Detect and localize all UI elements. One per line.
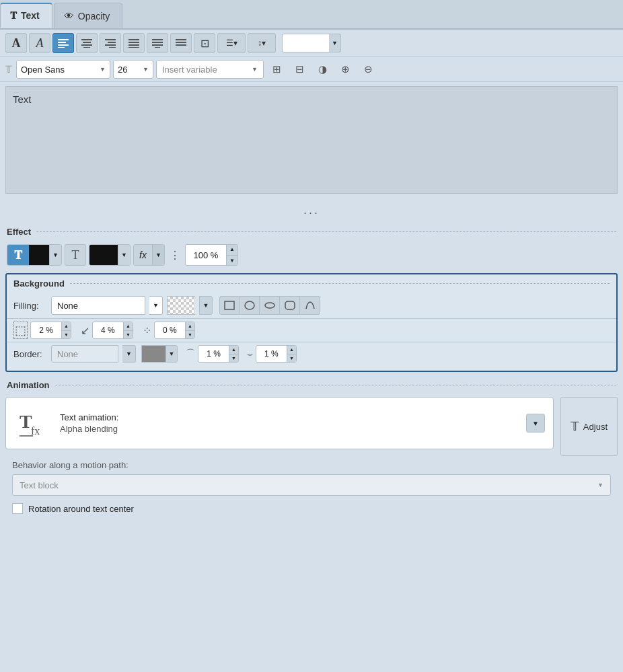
border-dropdown[interactable]: None	[51, 345, 118, 363]
border-value: None	[57, 349, 78, 359]
contrast-btn[interactable]: ◑	[312, 60, 332, 79]
border-width-spinbox[interactable]: 1 % ▲ ▼	[198, 345, 239, 363]
motion-path-label: Behavior along a motion path:	[5, 456, 618, 472]
filling-dropdown-arrow[interactable]: ▼	[149, 296, 163, 315]
animation-dropdown-arrow[interactable]: ▼	[526, 414, 545, 433]
tab-text[interactable]: 𝐓 Text	[0, 3, 52, 28]
animation-card-row: T fx Text animation: Alpha blending ▼ 𝕋 …	[5, 397, 618, 456]
tab-text-label: Text	[21, 10, 40, 21]
effect-swatch2-arrow[interactable]: ▼	[118, 244, 130, 266]
corner-group: ↙ 4 % ▲ ▼	[81, 322, 133, 339]
grid-view-btn[interactable]: ⊞	[266, 60, 287, 79]
align-left-button[interactable]	[52, 33, 74, 53]
animation-subtitle: Alpha blending	[60, 424, 518, 434]
opacity-up-arrow[interactable]: ▲	[227, 244, 237, 256]
align-right-button[interactable]	[100, 33, 121, 53]
noise-down[interactable]: ▼	[186, 331, 194, 340]
effect-swatch1-color	[29, 244, 49, 266]
noise-value: 0 %	[155, 326, 185, 335]
text-direction-button[interactable]: ⊡	[194, 33, 215, 53]
padding-down[interactable]: ▼	[62, 331, 71, 340]
border-width-value: 1 %	[198, 349, 229, 359]
tab-opacity[interactable]: 👁 Opacity	[54, 3, 122, 28]
padding-icon: ⬚	[13, 322, 28, 339]
fx-arrow[interactable]: ▼	[152, 244, 164, 266]
align-justify-button[interactable]	[123, 33, 145, 53]
corner-spinbox-arrows: ▲ ▼	[123, 322, 133, 339]
fx-button[interactable]: fx ▼	[133, 244, 165, 266]
border-radius-spinbox[interactable]: 1 % ▲ ▼	[256, 345, 297, 363]
corner-value: 4 %	[93, 326, 123, 335]
font-name-value: Open Sans	[21, 65, 65, 75]
list-style-button[interactable]: ☰▾	[217, 33, 246, 53]
italic-button[interactable]: A	[29, 33, 50, 53]
align-justify2-button[interactable]	[147, 33, 168, 53]
font-toolbar: 𝕋 Open Sans ▼ 26 ▼ Insert variable ▼ ⊞ ⊟…	[0, 57, 623, 82]
fill-color-checker[interactable]	[167, 296, 195, 315]
effect-swatch1-icon: 𝐓	[7, 244, 29, 266]
effect-swatch1-arrow[interactable]: ▼	[49, 244, 61, 266]
text-preview-area[interactable]: Text	[5, 86, 618, 194]
corner-up[interactable]: ▲	[124, 322, 133, 331]
border-width-down[interactable]: ▼	[229, 354, 238, 363]
padding-spinbox-arrows: ▲ ▼	[61, 322, 71, 339]
font-size-dropdown[interactable]: 26 ▼	[113, 60, 153, 79]
dots-menu-btn[interactable]: ⋮	[168, 244, 182, 266]
motion-dropdown[interactable]: Text block ▼	[12, 474, 611, 496]
motion-dropdown-value: Text block	[20, 480, 597, 490]
adjust-button[interactable]: 𝕋 Adjust	[560, 397, 618, 456]
border-width-up[interactable]: ▲	[229, 345, 238, 354]
font-name-dropdown[interactable]: Open Sans ▼	[16, 60, 110, 79]
opacity-down-arrow[interactable]: ▼	[227, 256, 237, 266]
text-color-arrow[interactable]: ▼	[329, 34, 341, 52]
effect-color1-btn[interactable]: 𝐓 ▼	[7, 244, 62, 266]
filling-dropdown[interactable]: None	[51, 296, 145, 315]
rect-shape-btn[interactable]	[219, 296, 240, 315]
svg-rect-23	[225, 301, 234, 309]
border-radius-down[interactable]: ▼	[287, 354, 296, 363]
border-row: Border: None ▼ ▼ ⌒ 1 % ▲ ▼ ⌣ 1 %	[7, 342, 616, 365]
border-color-swatch[interactable]	[141, 345, 166, 363]
text-preview-content: Text	[13, 94, 32, 105]
custom-shape-btn[interactable]	[300, 296, 320, 315]
animation-card[interactable]: T fx Text animation: Alpha blending ▼	[5, 397, 554, 449]
list-view-btn[interactable]: ⊟	[289, 60, 309, 79]
motion-dropdown-container: Text block ▼	[5, 472, 618, 498]
align-justify3-button[interactable]	[170, 33, 192, 53]
padding-spinbox[interactable]: 2 % ▲ ▼	[30, 322, 71, 339]
rounded-rect-shape-btn[interactable]	[280, 296, 300, 315]
border-radius-up[interactable]: ▲	[287, 345, 296, 354]
zoom-out-btn[interactable]: ⊖	[358, 60, 378, 79]
border-color-arrow[interactable]: ▼	[166, 345, 178, 363]
corner-icon: ↙	[81, 324, 89, 337]
rotation-checkbox[interactable]	[12, 503, 23, 514]
fill-color-arrow[interactable]: ▼	[199, 296, 213, 315]
noise-up[interactable]: ▲	[186, 322, 194, 331]
ellipse-shape-btn[interactable]	[260, 296, 280, 315]
line-spacing-button[interactable]: ↕▾	[248, 33, 276, 53]
noise-spinbox[interactable]: 0 % ▲ ▼	[154, 322, 195, 339]
insert-variable-dropdown[interactable]: Insert variable ▼	[156, 60, 264, 79]
padding-up[interactable]: ▲	[62, 322, 71, 331]
opacity-input[interactable]: 100 % ▲ ▼	[185, 244, 238, 266]
zoom-in-btn[interactable]: ⊕	[335, 60, 355, 79]
filling-value: None	[57, 301, 78, 311]
noise-icon: ⁘	[143, 324, 151, 337]
padding-group: ⬚ 2 % ▲ ▼	[13, 322, 71, 339]
text-color-input[interactable]	[282, 34, 329, 52]
effect-text2-btn[interactable]: T	[65, 244, 86, 266]
svg-rect-26	[285, 301, 295, 309]
corner-spinbox[interactable]: 4 % ▲ ▼	[92, 322, 133, 339]
border-label: Border:	[13, 349, 47, 359]
bold-button[interactable]: A	[5, 33, 27, 53]
noise-group: ⁘ 0 % ▲ ▼	[143, 322, 195, 339]
opacity-tab-icon: 👁	[64, 10, 74, 22]
background-label: Background	[13, 278, 65, 289]
border-radius-group: ⌣ 1 % ▲ ▼	[247, 345, 297, 363]
border-dropdown-arrow[interactable]: ▼	[122, 345, 136, 363]
circle-shape-btn[interactable]	[240, 296, 260, 315]
effect-color2-btn[interactable]: ▼	[89, 244, 131, 266]
align-center-button[interactable]	[76, 33, 98, 53]
corner-down[interactable]: ▼	[124, 331, 133, 340]
border-radius-value: 1 %	[256, 349, 287, 359]
